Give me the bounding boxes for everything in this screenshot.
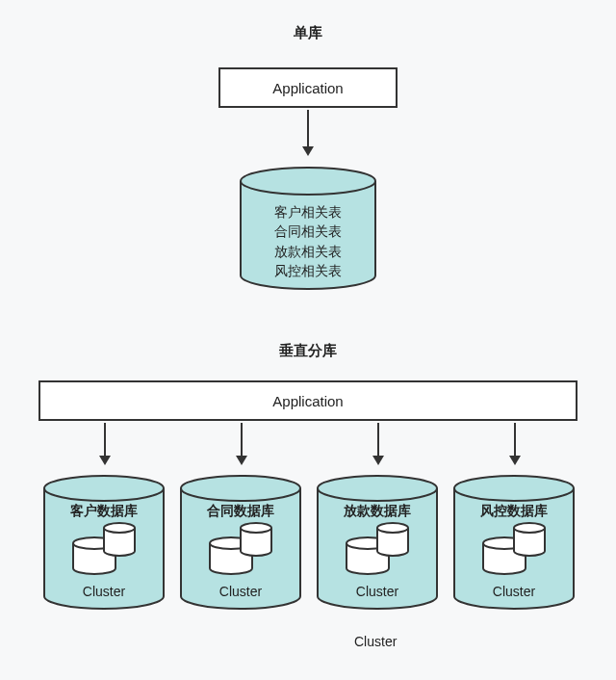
cluster-label: Cluster (179, 584, 302, 599)
svg-point-9 (377, 523, 408, 533)
arrow-db-3 (377, 423, 379, 463)
cluster-label: Cluster (452, 584, 576, 599)
database-single: 客户相关表 合同相关表 放款相关表 风控相关表 (239, 166, 377, 291)
svg-point-12 (514, 523, 545, 533)
svg-point-0 (241, 168, 375, 195)
section-title-vertical: 垂直分库 (0, 342, 616, 360)
database-label: 放款数据库 (316, 503, 439, 520)
arrow-db-1 (104, 423, 106, 463)
database-label: 客户数据库 (42, 503, 166, 520)
table-line: 放款相关表 (239, 242, 377, 261)
arrow-top (307, 110, 309, 154)
svg-point-6 (241, 523, 271, 533)
application-box-bottom: Application (38, 380, 578, 421)
svg-point-7 (318, 476, 437, 501)
table-line: 风控相关表 (239, 261, 377, 280)
section-title-single: 单库 (0, 24, 616, 42)
application-box-top: Application (218, 67, 398, 108)
database-risk: 风控数据库 Cluster (452, 474, 576, 611)
table-line: 客户相关表 (239, 202, 377, 222)
svg-point-1 (44, 476, 164, 501)
database-contract: 合同数据库 Cluster (179, 474, 302, 611)
database-single-tables: 客户相关表 合同相关表 放款相关表 风控相关表 (239, 202, 377, 280)
arrow-db-2 (241, 423, 243, 463)
database-customer: 客户数据库 Cluster (42, 474, 166, 611)
diagram-canvas: 单库 Application 客户相关表 合同相关表 放款相关表 风控相关表 垂… (0, 0, 616, 680)
arrow-db-4 (514, 423, 516, 463)
cluster-label: Cluster (316, 584, 439, 599)
table-line: 合同相关表 (239, 222, 377, 241)
database-loan: 放款数据库 Cluster (316, 474, 439, 611)
cluster-label: Cluster (42, 584, 166, 599)
stray-cluster-label: Cluster (354, 634, 397, 649)
database-label: 风控数据库 (452, 503, 576, 520)
svg-point-4 (181, 476, 300, 501)
database-label: 合同数据库 (179, 503, 302, 520)
svg-point-3 (104, 523, 135, 533)
svg-point-10 (454, 476, 574, 501)
